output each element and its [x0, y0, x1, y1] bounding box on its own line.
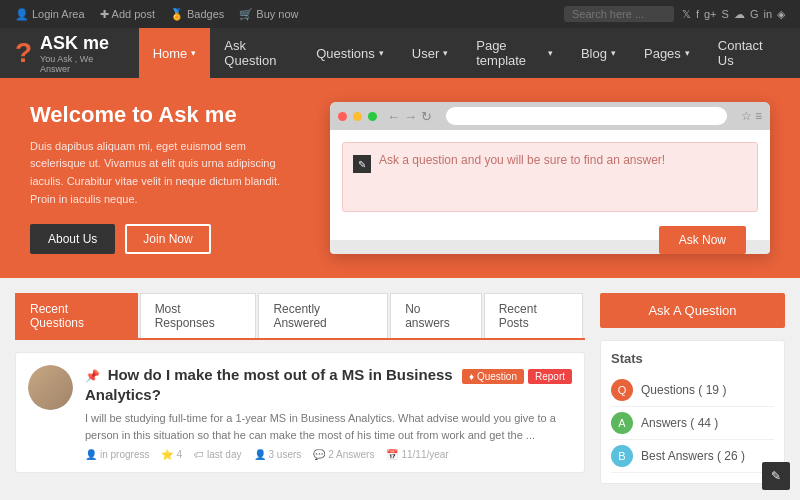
cloud-icon[interactable]: ☁ [734, 8, 745, 21]
answers-stat-label: Answers ( 44 ) [641, 416, 718, 430]
join-now-button[interactable]: Join Now [125, 224, 210, 254]
meta-date: 📅 11/11/year [386, 449, 448, 460]
search-input[interactable] [564, 6, 674, 22]
rss-icon[interactable]: ◈ [777, 8, 785, 21]
stats-title: Stats [611, 351, 774, 366]
twitter-icon[interactable]: 𝕏 [682, 8, 691, 21]
meta-lastday: 🏷 last day [194, 449, 241, 460]
nav-questions[interactable]: Questions ▾ [302, 28, 398, 78]
browser-dot-red [338, 112, 347, 121]
logo-icon: ? [15, 39, 32, 67]
badges-link[interactable]: 🏅 Badges [170, 8, 224, 21]
facebook-icon[interactable]: f [696, 8, 699, 21]
browser-topbar: ← → ↻ ☆ ≡ [330, 102, 770, 130]
blog-arrow-icon: ▾ [611, 48, 616, 58]
linkedin-icon[interactable]: in [763, 8, 772, 21]
add-post-link[interactable]: ✚ Add post [100, 8, 155, 21]
report-badge[interactable]: Report [528, 369, 572, 384]
page-arrow-icon: ▾ [548, 48, 553, 58]
browser-mockup: ← → ↻ ☆ ≡ ✎ Ask a question and you will … [330, 102, 770, 254]
login-area-link[interactable]: 👤 Login Area [15, 8, 85, 21]
nav-blog[interactable]: Blog ▾ [567, 28, 630, 78]
ask-input-area: ✎ Ask a question and you will be sure to… [342, 142, 758, 212]
meta-stars: ⭐ 4 [161, 449, 182, 460]
meta-users: 👤 3 users [254, 449, 302, 460]
edit-icon: ✎ [771, 469, 781, 483]
stat-answers: A Answers ( 44 ) [611, 407, 774, 440]
nav-ask-question[interactable]: Ask Question [210, 28, 302, 78]
browser-body: ✎ Ask a question and you will be sure to… [330, 130, 770, 240]
avatar-image [28, 365, 73, 410]
hero-buttons: About Us Join Now [30, 224, 290, 254]
stat-best-answers: B Best Answers ( 26 ) [611, 440, 774, 473]
browser-refresh-icon[interactable]: ↻ [421, 109, 432, 124]
question-title-row: 📌 How do I make the most out of a MS in … [85, 365, 572, 404]
google2-icon[interactable]: G [750, 8, 759, 21]
browser-nav-buttons: ← → ↻ [387, 109, 432, 124]
hero-text: Welcome to Ask me Duis dapibus aliquam m… [30, 102, 290, 254]
tab-recent-posts[interactable]: Recent Posts [484, 293, 583, 338]
question-body: 📌 How do I make the most out of a MS in … [85, 365, 572, 460]
logo-text: ASK me You Ask , We Answer [40, 33, 119, 74]
browser-back-icon[interactable]: ← [387, 109, 400, 124]
logo-sub: You Ask , We Answer [40, 54, 119, 74]
logo-title: ASK me [40, 33, 119, 54]
user-arrow-icon: ▾ [443, 48, 448, 58]
ask-question-button[interactable]: Ask A Question [600, 293, 785, 328]
answers-icon: 💬 [313, 449, 325, 460]
tab-recent-questions[interactable]: Recent Questions [15, 293, 138, 338]
hero-title: Welcome to Ask me [30, 102, 290, 128]
home-arrow-icon: ▾ [191, 48, 196, 58]
best-answers-stat-icon: B [611, 445, 633, 467]
questions-arrow-icon: ▾ [379, 48, 384, 58]
questions-stat-icon: Q [611, 379, 633, 401]
top-bar-links: 👤 Login Area ✚ Add post 🏅 Badges 🛒 Buy n… [15, 8, 299, 21]
answers-stat-icon: A [611, 412, 633, 434]
stat-questions: Q Questions ( 19 ) [611, 374, 774, 407]
skype-icon[interactable]: S [722, 8, 729, 21]
nav-contact[interactable]: Contact Us [704, 28, 785, 78]
browser-url-bar[interactable] [446, 107, 727, 125]
question-meta: 👤 in progress ⭐ 4 🏷 last day 👤 3 users [85, 449, 572, 460]
buy-now-link[interactable]: 🛒 Buy now [239, 8, 298, 21]
browser-menu-icon[interactable]: ☆ ≡ [741, 109, 762, 123]
nav-page-template[interactable]: Page template ▾ [462, 28, 567, 78]
ask-placeholder: Ask a question and you will be sure to f… [379, 153, 665, 167]
pencil-icon: ✎ [353, 155, 371, 173]
about-us-button[interactable]: About Us [30, 224, 115, 254]
star-icon: ⭐ [161, 449, 173, 460]
main-nav: ? ASK me You Ask , We Answer Home ▾ Ask … [0, 28, 800, 78]
google-icon[interactable]: g+ [704, 8, 717, 21]
stats-box: Stats Q Questions ( 19 ) A Answers ( 44 … [600, 340, 785, 484]
social-icons: 𝕏 f g+ S ☁ G in ◈ [682, 8, 785, 21]
avatar [28, 365, 73, 410]
browser-forward-icon[interactable]: → [404, 109, 417, 124]
hero-description: Duis dapibus aliquam mi, eget euismod se… [30, 138, 290, 208]
meta-answers: 💬 2 Answers [313, 449, 374, 460]
nav-user[interactable]: User ▾ [398, 28, 462, 78]
tab-most-responses[interactable]: Most Responses [140, 293, 257, 338]
tab-recently-answered[interactable]: Recently Answered [258, 293, 388, 338]
logo: ? ASK me You Ask , We Answer [15, 33, 119, 74]
best-answers-stat-label: Best Answers ( 26 ) [641, 449, 745, 463]
hero-section: Welcome to Ask me Duis dapibus aliquam m… [0, 78, 800, 278]
question-title[interactable]: How do I make the most out of a MS in Bu… [85, 366, 453, 403]
cart-icon: 🛒 [239, 8, 253, 21]
sidebar: Ask A Question Stats Q Questions ( 19 ) … [600, 293, 785, 484]
browser-footer: Ask Now [342, 212, 758, 224]
date-icon: 📅 [386, 449, 398, 460]
badges-row: ♦ Question Report [462, 369, 572, 384]
main-content: Recent Questions Most Responses Recently… [15, 293, 585, 484]
tabs-bar: Recent Questions Most Responses Recently… [15, 293, 585, 340]
edit-fab-button[interactable]: ✎ [762, 462, 790, 490]
ask-now-button[interactable]: Ask Now [659, 226, 746, 254]
user-icon: 👤 [15, 8, 29, 21]
tab-no-answers[interactable]: No answers [390, 293, 482, 338]
pin-icon: 📌 [85, 369, 100, 383]
nav-pages[interactable]: Pages ▾ [630, 28, 704, 78]
plus-icon: ✚ [100, 8, 109, 21]
browser-dot-green [368, 112, 377, 121]
top-bar-right: 𝕏 f g+ S ☁ G in ◈ [564, 6, 785, 22]
pages-arrow-icon: ▾ [685, 48, 690, 58]
nav-home[interactable]: Home ▾ [139, 28, 211, 78]
